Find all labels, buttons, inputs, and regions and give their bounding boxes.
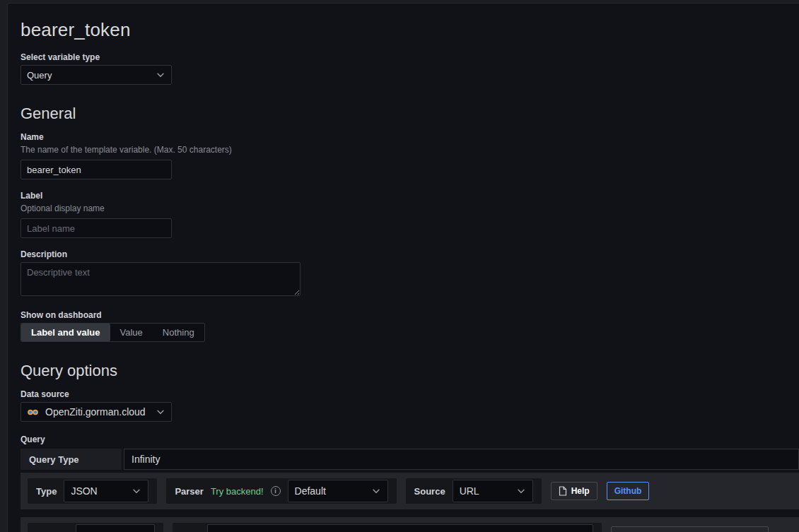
type-value: JSON <box>71 485 97 497</box>
label-input[interactable] <box>21 218 172 238</box>
method-group: Method POST <box>28 523 163 532</box>
editor-row-type-parser-source: Type JSON Parser Try backend! i Default <box>21 473 799 509</box>
headers-body-params-button[interactable]: ⚙ Headers, Body, Request params <box>611 526 769 532</box>
infinity-datasource-logo-icon <box>27 408 39 416</box>
parser-group: Parser Try backend! i Default <box>166 478 396 504</box>
chevron-down-icon <box>371 486 381 496</box>
parser-label: Parser <box>175 486 203 497</box>
source-group: Source URL <box>406 478 542 504</box>
variable-type-select[interactable]: Query <box>21 65 172 85</box>
radio-option-nothing[interactable]: Nothing <box>153 324 204 341</box>
variable-editor-panel: bearer_token Select variable type Query … <box>7 3 799 532</box>
chevron-down-icon <box>156 70 165 80</box>
chevron-down-icon <box>156 407 165 417</box>
label-field: Label Optional display name <box>21 191 799 238</box>
data-source-value: OpenZiti.gorman.cloud <box>45 406 149 418</box>
data-source-picker[interactable]: OpenZiti.gorman.cloud <box>21 402 172 422</box>
data-source-field: Data source OpenZiti.gorman.cloud <box>21 389 799 422</box>
query-label: Query <box>21 435 799 444</box>
show-on-dashboard-radio-group: Label and value Value Nothing <box>21 323 205 342</box>
document-icon <box>559 486 567 496</box>
help-button-label: Help <box>571 486 590 496</box>
source-value: URL <box>460 485 479 497</box>
name-field: Name The name of the template variable. … <box>21 132 799 179</box>
data-source-label: Data source <box>21 389 799 399</box>
editor-row-method-url: Method POST URL ⚙ Headers, Body, Request… <box>21 517 799 532</box>
method-select[interactable]: POST <box>76 524 155 532</box>
info-icon[interactable]: i <box>271 486 281 496</box>
parser-select[interactable]: Default <box>288 480 388 502</box>
type-group: Type JSON <box>28 478 157 504</box>
parser-backend-hint: Try backend! <box>211 486 264 497</box>
label-helper: Optional display name <box>21 203 799 213</box>
variable-type-label: Select variable type <box>21 52 799 62</box>
general-heading: General <box>21 105 799 123</box>
github-button-label: Github <box>614 486 642 496</box>
type-label: Type <box>36 486 57 497</box>
type-select[interactable]: JSON <box>64 480 148 502</box>
query-type-row: Query Type Infinity <box>21 449 799 470</box>
github-button[interactable]: Github <box>607 482 650 500</box>
url-group: URL <box>173 523 602 532</box>
label-label: Label <box>21 191 799 201</box>
description-label: Description <box>21 249 799 259</box>
url-input[interactable] <box>207 524 593 532</box>
query-type-label: Query Type <box>21 449 122 470</box>
source-label: Source <box>414 486 445 497</box>
parser-value: Default <box>295 485 326 497</box>
show-on-dashboard-label: Show on dashboard <box>21 310 799 320</box>
name-input[interactable] <box>21 160 172 179</box>
query-options-heading: Query options <box>21 362 799 380</box>
chevron-down-icon <box>132 486 141 496</box>
name-helper: The name of the template variable. (Max.… <box>21 145 799 155</box>
variable-type-field: Select variable type Query <box>21 52 799 85</box>
query-editor: Query Query Type Infinity Type JSON Pars… <box>21 435 799 532</box>
query-type-value-field[interactable]: Infinity <box>124 449 799 470</box>
source-select[interactable]: URL <box>453 480 533 502</box>
description-field: Description <box>21 249 799 299</box>
description-textarea[interactable] <box>21 262 301 296</box>
page-title: bearer_token <box>21 19 799 41</box>
chevron-down-icon <box>516 486 526 496</box>
show-on-dashboard-field: Show on dashboard Label and value Value … <box>21 310 799 342</box>
radio-option-value[interactable]: Value <box>110 324 153 341</box>
variable-type-value: Query <box>27 70 52 81</box>
help-button[interactable]: Help <box>551 482 597 500</box>
radio-option-label-and-value[interactable]: Label and value <box>21 324 110 341</box>
name-label: Name <box>21 132 799 142</box>
